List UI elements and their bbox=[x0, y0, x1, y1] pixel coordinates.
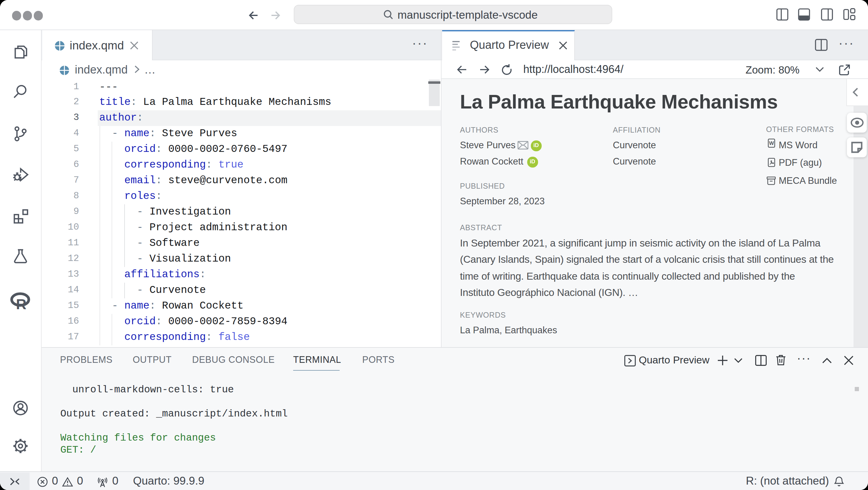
svg-text:R: R bbox=[16, 296, 27, 312]
svg-text:W: W bbox=[769, 140, 774, 146]
